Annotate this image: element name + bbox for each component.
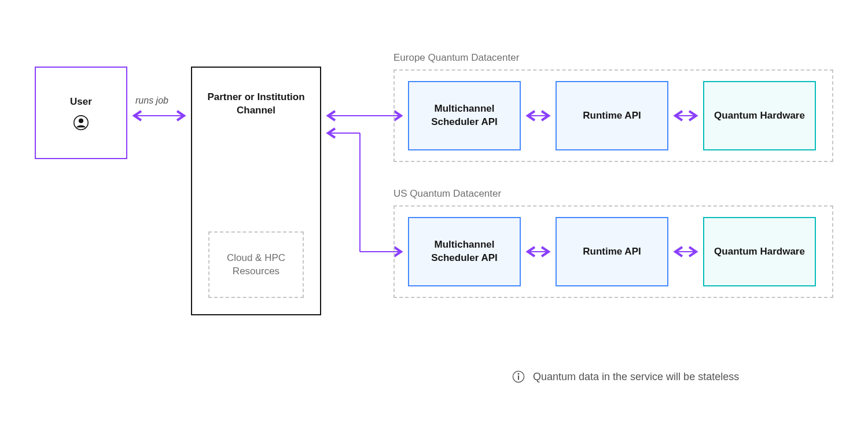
us-datacenter-label: US Quantum Datacenter xyxy=(393,188,501,200)
svg-rect-13 xyxy=(518,376,519,380)
us-hardware-box: Quantum Hardware xyxy=(703,217,816,286)
eu-hardware-box: Quantum Hardware xyxy=(703,81,816,150)
eu-runtime-label: Runtime API xyxy=(583,109,641,123)
info-icon xyxy=(512,370,525,383)
us-scheduler-label: Multichannel Scheduler API xyxy=(414,238,515,265)
eu-runtime-box: Runtime API xyxy=(556,81,668,150)
eu-scheduler-box: Multichannel Scheduler API xyxy=(408,81,521,150)
cloud-hpc-resources-box: Cloud & HPC Resources xyxy=(208,231,304,298)
cloud-hpc-label: Cloud & HPC Resources xyxy=(214,252,298,278)
partner-label: Partner or Institution Channel xyxy=(207,91,306,117)
us-hardware-label: Quantum Hardware xyxy=(714,245,805,259)
us-runtime-box: Runtime API xyxy=(556,217,668,286)
user-label: User xyxy=(70,95,92,109)
eu-scheduler-label: Multichannel Scheduler API xyxy=(414,102,515,129)
svg-point-10 xyxy=(79,119,83,123)
info-text: Quantum data in the service will be stat… xyxy=(533,371,739,383)
us-scheduler-box: Multichannel Scheduler API xyxy=(408,217,521,286)
info-note: Quantum data in the service will be stat… xyxy=(512,370,739,383)
runs-job-label: runs job xyxy=(135,95,168,106)
us-runtime-label: Runtime API xyxy=(583,245,641,259)
user-box: User xyxy=(35,67,127,159)
eu-datacenter-label: Europe Quantum Datacenter xyxy=(393,52,519,64)
user-icon xyxy=(73,115,89,130)
eu-hardware-label: Quantum Hardware xyxy=(714,109,805,123)
svg-point-12 xyxy=(518,373,520,375)
